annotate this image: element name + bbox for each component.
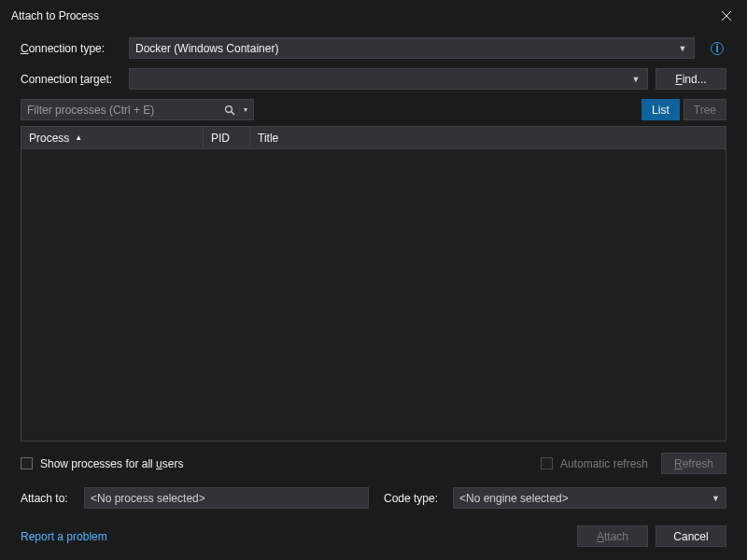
connection-type-value: Docker (Windows Container) bbox=[135, 42, 677, 55]
table-body[interactable] bbox=[21, 149, 726, 441]
code-type-label: Code type: bbox=[384, 492, 445, 505]
close-icon bbox=[722, 11, 731, 21]
show-all-users-label[interactable]: Show processes for all users bbox=[40, 457, 183, 470]
filter-row: Filter processes (Ctrl + E) ▾ List Tree bbox=[21, 99, 726, 120]
filter-options-dropdown[interactable]: ▾ bbox=[239, 105, 247, 114]
info-icon: i bbox=[711, 42, 724, 55]
sort-ascending-icon: ▲ bbox=[75, 133, 82, 142]
table-header: Process▲ PID Title bbox=[21, 127, 726, 149]
attach-to-label: Attach to: bbox=[21, 492, 77, 505]
refresh-button: Refresh bbox=[661, 453, 726, 474]
show-all-users-checkbox[interactable] bbox=[21, 457, 33, 469]
search-icon[interactable] bbox=[220, 105, 239, 116]
chevron-down-icon: ▼ bbox=[677, 44, 688, 53]
filter-placeholder: Filter processes (Ctrl + E) bbox=[27, 104, 220, 117]
tree-view-toggle[interactable]: Tree bbox=[684, 99, 726, 120]
attach-button: Attach bbox=[577, 525, 648, 547]
report-problem-link[interactable]: Report a problem bbox=[21, 530, 107, 543]
below-table-row: Show processes for all users Automatic r… bbox=[21, 453, 726, 474]
view-toggle-group: List Tree bbox=[641, 99, 726, 120]
attach-to-value: <No process selected> bbox=[91, 492, 205, 505]
find-button[interactable]: Find... bbox=[655, 68, 726, 90]
titlebar: Attach to Process bbox=[0, 0, 747, 32]
close-button[interactable] bbox=[713, 6, 740, 26]
svg-point-2 bbox=[226, 105, 233, 112]
auto-refresh-label: Automatic refresh bbox=[560, 457, 648, 470]
auto-refresh-checkbox bbox=[541, 457, 553, 469]
column-title[interactable]: Title bbox=[250, 127, 726, 148]
column-pid[interactable]: PID bbox=[204, 127, 250, 148]
list-view-toggle[interactable]: List bbox=[641, 99, 680, 120]
attach-code-row: Attach to: <No process selected> Code ty… bbox=[21, 487, 726, 509]
attach-to-process-dialog: Attach to Process Connection type: Docke… bbox=[0, 0, 747, 560]
dialog-content: Connection type: Docker (Windows Contain… bbox=[0, 32, 747, 560]
svg-line-3 bbox=[232, 111, 234, 114]
filter-input[interactable]: Filter processes (Ctrl + E) ▾ bbox=[21, 99, 254, 120]
bottom-row: Report a problem Attach Cancel bbox=[21, 525, 726, 547]
connection-target-row: Connection target: ▼ Find... bbox=[21, 68, 726, 90]
dialog-title: Attach to Process bbox=[11, 9, 99, 22]
connection-target-dropdown[interactable]: ▼ bbox=[129, 68, 648, 90]
process-table: Process▲ PID Title bbox=[21, 126, 726, 441]
chevron-down-icon: ▼ bbox=[630, 75, 641, 84]
column-process[interactable]: Process▲ bbox=[21, 127, 204, 148]
code-type-value: <No engine selected> bbox=[459, 492, 569, 505]
attach-to-field[interactable]: <No process selected> bbox=[84, 487, 369, 509]
cancel-button[interactable]: Cancel bbox=[655, 525, 726, 547]
connection-type-row: Connection type: Docker (Windows Contain… bbox=[21, 37, 726, 59]
connection-target-label: Connection target: bbox=[21, 73, 121, 86]
chevron-down-icon: ▼ bbox=[712, 494, 720, 503]
connection-type-label: Connection type: bbox=[21, 42, 121, 55]
connection-type-dropdown[interactable]: Docker (Windows Container) ▼ bbox=[129, 37, 695, 59]
code-type-dropdown[interactable]: <No engine selected> ▼ bbox=[453, 487, 726, 509]
connection-type-info[interactable]: i bbox=[708, 42, 726, 55]
